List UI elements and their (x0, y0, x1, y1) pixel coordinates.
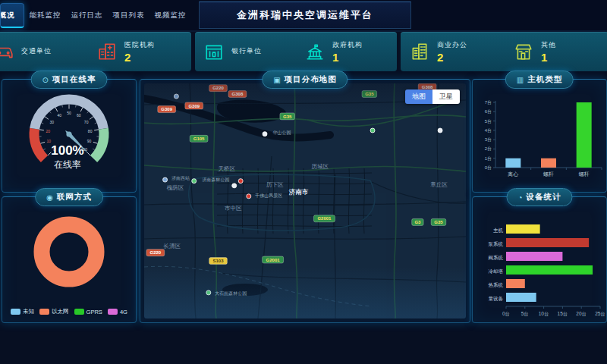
gauge-hub (66, 131, 71, 136)
map-label-poi: 大石崮森林公园 (215, 290, 247, 297)
map-marker[interactable] (206, 290, 211, 295)
panel-online-rate-header: ⊙ 项目在线率 (31, 71, 108, 89)
gauge-tick (87, 111, 89, 113)
gauge-tick-label: 50 (67, 111, 71, 115)
map-marker[interactable] (232, 184, 237, 188)
gauge-tick (39, 130, 44, 130)
grid-road (272, 168, 273, 234)
legend-item-gprs[interactable]: GPRS (74, 309, 102, 315)
stat-label: 银行单位 (231, 46, 262, 56)
gauge-tick (80, 108, 83, 111)
road-shield-label: G35 (365, 92, 374, 96)
stat-label: 商业办公 (437, 40, 467, 50)
tab-project-list[interactable]: 项目列表 (108, 4, 149, 27)
map-water (144, 99, 330, 296)
device-stats-icon: ◔ (517, 193, 522, 202)
row-label: 量设备 (489, 296, 504, 302)
legend-label: GPRS (86, 309, 102, 315)
panel-project-map-header: ▣ 项目分布地图 (262, 71, 348, 89)
map-marker[interactable] (438, 128, 442, 133)
bank-icon (204, 42, 224, 61)
road-shield-label: G105 (193, 136, 205, 141)
map-roads (144, 83, 466, 318)
grid-road (288, 168, 288, 234)
topbar: 概况 能耗监控 运行日志 项目列表 视频监控 金洲科瑞中央空调运维平台 (0, 0, 607, 32)
legend-item-ethernet[interactable]: 以太网 (39, 308, 69, 315)
stat-item-office: 商业办公 2 (401, 32, 505, 71)
stat-value: 2 (437, 52, 467, 63)
map-label-district: 历城区 (311, 163, 329, 170)
road-shield-label: G35 (283, 115, 292, 119)
tab-energy-monitor[interactable]: 能耗监控 (24, 4, 66, 27)
map-marker[interactable] (192, 179, 197, 184)
distribution-map[interactable]: G220G308G308G309G309G35G35G105G2001G2001… (144, 83, 466, 318)
legend-item-unknown[interactable]: 未知 (11, 308, 34, 315)
map-marker[interactable] (370, 128, 375, 133)
bar (505, 158, 521, 168)
stat-label: 其他 (541, 40, 556, 50)
map-marker[interactable] (238, 179, 243, 184)
y-tick-label: 3台 (485, 137, 492, 143)
road-shield-label: G220 (149, 250, 161, 255)
gauge-tick (43, 149, 46, 150)
map-marker[interactable] (163, 177, 168, 182)
panel-device-stats: ◔ 设备统计 主机泵系统阀系统冷却塔热系统量设备0台5台10台15台20台25台 (472, 196, 607, 323)
legend-item-4g[interactable]: 4G (108, 309, 127, 315)
map-type-button-satellite[interactable]: 卫星 (432, 89, 460, 104)
map-type-button-map[interactable]: 地图 (405, 89, 432, 104)
gauge-tick (45, 117, 49, 120)
tab-overview[interactable]: 概况 (0, 3, 24, 28)
nav-tabs: 概况 能耗监控 运行日志 项目列表 视频监控 (0, 3, 191, 27)
shop-icon (514, 42, 533, 61)
row-label: 冷却塔 (489, 268, 504, 275)
road-shield-label: G309 (161, 107, 172, 111)
map-label-poi: 华山公园 (273, 130, 291, 136)
gauge-tick-label: 60 (77, 113, 81, 118)
gauge-tick-label: 70 (84, 120, 89, 124)
panel-network-mode-header: ◉ 联网方式 (35, 188, 103, 206)
stat-value: 2 (124, 52, 155, 63)
gauge-tick (90, 117, 93, 120)
map-icon: ▣ (273, 76, 280, 84)
row-label: 热系统 (489, 282, 504, 288)
gauge-tick-label: 20 (46, 129, 51, 133)
road-shield-label: G220 (212, 86, 224, 90)
bar (541, 158, 556, 168)
gauge-zone (34, 129, 44, 159)
map-marker[interactable] (174, 94, 178, 99)
legend-label: 以太网 (52, 308, 69, 315)
x-tick-label: 15台 (558, 311, 568, 317)
bar (506, 279, 525, 288)
panel-title: 项目分布地图 (285, 74, 337, 85)
x-category-label: 螺杆 (543, 171, 554, 177)
government-icon (305, 42, 325, 61)
gauge-tick (40, 142, 45, 143)
stat-value: 1 (541, 52, 556, 63)
gauge-tick (95, 123, 97, 124)
row-label: 泵系统 (488, 241, 504, 247)
bar (506, 293, 536, 302)
gauge-tick (49, 111, 51, 113)
stat-card-transport-hospital: 交通单位 医院机构 2 (0, 32, 191, 71)
map-label-district: 天桥区 (219, 165, 236, 172)
map-marker[interactable] (263, 132, 267, 136)
stat-item-other: 其他 1 (505, 32, 607, 71)
tab-run-log[interactable]: 运行日志 (66, 4, 108, 27)
map-label-poi: 济南西站 (171, 175, 190, 181)
stat-card-bank-government: 银行单位 政府机构 1 (195, 32, 397, 71)
stat-label: 医院机构 (124, 40, 155, 50)
panel-title: 联网方式 (57, 192, 92, 202)
panel-host-type: ▥ 主机类型 0台1台2台3台4台5台6台7台离心螺杆螺杆 (472, 79, 607, 193)
host-type-bar-chart: 0台1台2台3台4台5台6台7台离心螺杆螺杆 (473, 98, 606, 189)
tab-video-monitor[interactable]: 视频监控 (149, 4, 191, 27)
gauge-tick-label: 90 (87, 139, 92, 143)
stat-item-government: 政府机构 1 (296, 32, 397, 71)
gauge-tick (55, 108, 58, 111)
map-type-controls: 地图 卫星 (405, 89, 460, 104)
panel-device-stats-header: ◔ 设备统计 (506, 188, 572, 206)
x-tick-label: 10台 (539, 311, 549, 317)
network-legend: 未知 以太网 GPRS 4G (2, 308, 136, 315)
gauge-icon: ⊙ (42, 76, 49, 84)
panel-online-rate: ⊙ 项目在线率 0102030405060708090100100%在线率 (2, 79, 137, 193)
map-marker[interactable] (247, 194, 251, 199)
